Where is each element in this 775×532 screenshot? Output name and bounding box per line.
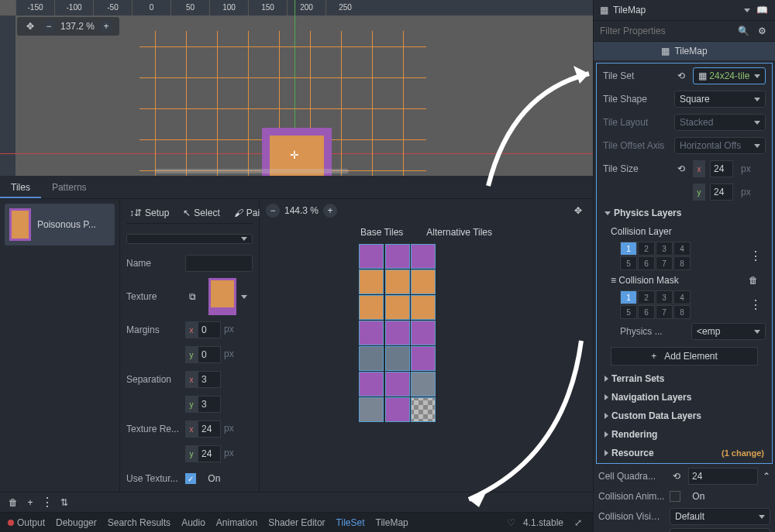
setup-tool-button[interactable]: ↕⇵Setup <box>126 206 172 220</box>
layer-bit-3[interactable]: 3 <box>656 242 673 256</box>
tile-offset-select[interactable]: Horizontal Offs <box>674 137 766 154</box>
mask-bit-3[interactable]: 3 <box>656 290 673 304</box>
tile-shape-label: Tile Shape <box>603 94 670 105</box>
collision-visi-select[interactable]: Default <box>670 508 770 525</box>
tile-offset-label: Tile Offset Axis <box>603 140 670 151</box>
center-icon[interactable]: ✥ <box>571 204 585 218</box>
stepper-icon[interactable]: ⌃ <box>763 471 770 482</box>
version-label: 4.1.stable <box>523 517 563 528</box>
tile-shape-select[interactable]: Square <box>674 91 766 108</box>
collision-layer-more[interactable]: ⋮ <box>749 249 763 263</box>
revert-icon[interactable]: ⟲ <box>674 69 688 83</box>
tc-zoom-in[interactable]: + <box>323 204 337 218</box>
search-icon[interactable]: 🔍 <box>736 24 750 38</box>
layer-bit-8[interactable]: 8 <box>673 256 691 270</box>
list-options-button[interactable]: ⋮ <box>40 495 54 510</box>
name-input[interactable] <box>185 255 253 272</box>
physics-material-label: Physics ... <box>620 326 687 337</box>
physics-layers-section[interactable]: Physics Layers <box>598 204 770 221</box>
tab-tiles[interactable]: Tiles <box>0 176 41 198</box>
docs-icon[interactable]: 📖 <box>755 3 769 17</box>
tab-shader-editor[interactable]: Shader Editor <box>268 517 325 528</box>
mask-bit-8[interactable]: 8 <box>673 305 691 319</box>
zoom-out-button[interactable]: − <box>42 19 56 33</box>
inspector-class-header[interactable]: ▦TileMap <box>594 42 775 60</box>
use-texture-checkbox[interactable]: ✓ <box>185 473 196 484</box>
select-tool-button[interactable]: ↖Select <box>180 206 222 220</box>
texture-thumbnail[interactable] <box>208 278 236 315</box>
layer-bit-6[interactable]: 6 <box>638 256 655 270</box>
base-tiles-grid[interactable] <box>359 244 436 422</box>
tab-patterns[interactable]: Patterns <box>41 176 98 198</box>
cell-quadrant-input[interactable]: 24 <box>688 468 758 485</box>
collision-visi-label: Collision Visibil... <box>598 511 665 522</box>
chevron-down-icon[interactable] <box>744 9 750 12</box>
viewport-2d[interactable]: -150-100-50050100150200250 ✥ − 137.2 % +… <box>0 0 593 176</box>
revert-size-icon[interactable]: ⟲ <box>674 162 688 176</box>
tile-layout-select[interactable]: Stacked <box>674 114 766 131</box>
mask-bit-7[interactable]: 7 <box>656 305 673 319</box>
delete-icon[interactable]: 🗑 <box>6 496 20 510</box>
mask-bit-6[interactable]: 6 <box>638 305 655 319</box>
margins-x-input[interactable]: 0 <box>198 321 221 338</box>
tab-output[interactable]: Output <box>8 517 45 528</box>
revert-quadrant-icon[interactable]: ⟲ <box>670 469 684 483</box>
texture-dropdown-icon[interactable] <box>241 295 247 299</box>
mask-bit-5[interactable]: 5 <box>620 305 637 319</box>
filter-properties-input[interactable] <box>600 26 732 36</box>
filter-options-icon[interactable]: ⚙ <box>755 24 769 38</box>
tab-tileset[interactable]: TileSet <box>336 517 365 528</box>
physics-material-select[interactable]: <emp <box>691 323 766 340</box>
rendering-section[interactable]: Rendering <box>598 426 770 443</box>
atlas-id-select[interactable] <box>126 234 253 244</box>
custom-data-section[interactable]: Custom Data Layers <box>598 407 770 424</box>
collision-anim-checkbox[interactable] <box>670 491 680 502</box>
layer-bit-4[interactable]: 4 <box>673 242 691 256</box>
viewport-scrollbar-h[interactable] <box>155 169 349 173</box>
layer-bit-1[interactable]: 1 <box>620 242 637 256</box>
name-label: Name <box>126 258 181 269</box>
expand-dock-icon[interactable]: ⤢ <box>571 516 585 530</box>
margins-y-input[interactable]: 0 <box>198 346 221 363</box>
resource-section[interactable]: Resource(1 change) <box>598 444 770 462</box>
zoom-level[interactable]: 137.2 % <box>60 21 95 32</box>
add-element-button[interactable]: +Add Element <box>611 347 758 366</box>
zoom-in-button[interactable]: + <box>99 19 113 33</box>
center-view-icon[interactable]: ✥ <box>23 19 37 33</box>
mask-bit-2[interactable]: 2 <box>638 290 655 304</box>
layer-bit-5[interactable]: 5 <box>620 256 637 270</box>
tile-atlas-canvas[interactable]: − 144.3 % + ✥ Base Tiles Alternative Til… <box>260 199 593 492</box>
texture-edit-icon[interactable]: ⧉ <box>185 290 199 304</box>
tab-debugger[interactable]: Debugger <box>56 517 97 528</box>
terrain-sets-section[interactable]: Terrain Sets <box>598 370 770 387</box>
tileset-resource-select[interactable]: ▦ 24x24-tile <box>693 67 766 84</box>
separation-x-input[interactable]: 3 <box>198 371 221 388</box>
delete-physics-layer-button[interactable]: 🗑 <box>749 275 758 286</box>
collision-mask-more[interactable]: ⋮ <box>749 297 763 312</box>
navigation-layers-section[interactable]: Navigation Layers <box>598 389 770 406</box>
heart-icon[interactable]: ♡ <box>507 517 515 528</box>
ruler-vertical <box>0 15 16 176</box>
layer-bit-7[interactable]: 7 <box>656 256 673 270</box>
texreg-x-input[interactable]: 24 <box>198 420 221 438</box>
tc-zoom-out[interactable]: − <box>266 204 280 218</box>
list-icon: ≡ <box>611 275 618 286</box>
texreg-y-input[interactable]: 24 <box>198 445 221 462</box>
tile-size-y-input[interactable]: 24 <box>710 184 733 201</box>
tab-tilemap[interactable]: TileMap <box>376 517 408 528</box>
add-icon[interactable]: + <box>23 496 37 510</box>
layer-bit-2[interactable]: 2 <box>638 242 655 256</box>
tc-zoom-level[interactable]: 144.3 % <box>284 205 319 216</box>
mask-bit-1[interactable]: 1 <box>620 290 637 304</box>
tile-size-x-input[interactable]: 24 <box>710 160 733 177</box>
separation-y-input[interactable]: 3 <box>198 396 221 413</box>
tab-animation[interactable]: Animation <box>216 517 257 528</box>
mask-bit-4[interactable]: 4 <box>673 290 691 304</box>
nav-visi-select[interactable]: Default <box>670 528 770 532</box>
tab-search-results[interactable]: Search Results <box>108 517 170 528</box>
inspector-node-name[interactable]: TileMap <box>613 5 739 15</box>
atlas-list-item[interactable]: Poisonous P... <box>5 204 115 245</box>
tab-audio[interactable]: Audio <box>181 517 205 528</box>
sort-icon[interactable]: ⇅ <box>57 496 71 510</box>
collision-layer-label: Collision Layer <box>598 223 770 240</box>
